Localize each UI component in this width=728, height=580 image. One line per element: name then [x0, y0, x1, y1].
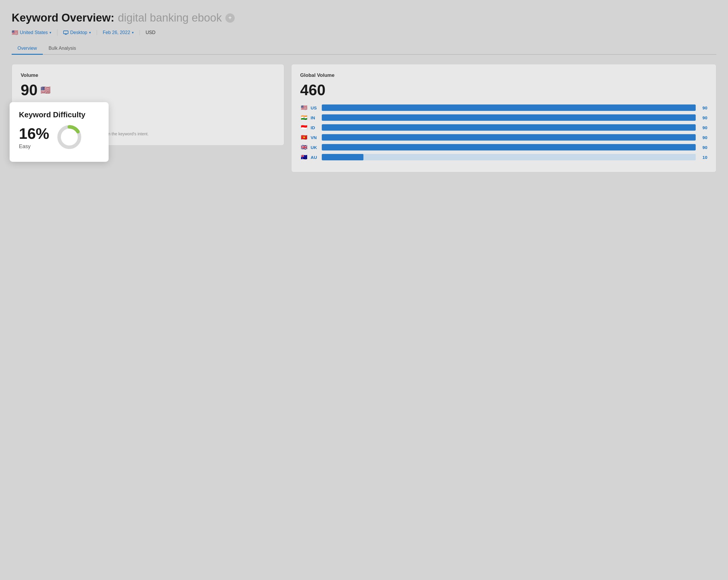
bar-fill	[322, 154, 363, 160]
global-volume-rows: 🇺🇸 US 90 🇮🇳 IN 90 🇮🇩 ID 90 🇻🇳 VN	[300, 105, 707, 160]
bar-track	[322, 124, 696, 131]
bar-value: 10	[699, 155, 707, 160]
bar-track	[322, 105, 696, 111]
volume-label: Volume	[21, 73, 275, 78]
global-row: 🇮🇩 ID 90	[300, 124, 707, 131]
date-label: Feb 26, 2022	[103, 30, 130, 35]
country-flag-icon: 🇬🇧	[300, 144, 308, 150]
svg-rect-0	[63, 31, 68, 34]
title-keyword-part: Keyword Overview:	[11, 12, 114, 24]
date-filter[interactable]: Feb 26, 2022 ▾	[103, 30, 140, 35]
country-flag-icon: 🇮🇩	[300, 124, 308, 131]
country-flag-icon: 🇺🇸	[300, 105, 308, 111]
keyword-difficulty-body: 16% Easy	[19, 124, 99, 150]
country-filter[interactable]: 🇺🇸 United States ▾	[11, 29, 57, 36]
country-code: ID	[311, 125, 319, 130]
bar-value: 90	[699, 115, 707, 120]
keyword-difficulty-donut	[56, 124, 82, 150]
country-chevron-icon: ▾	[50, 31, 51, 35]
country-label: United States	[20, 30, 48, 35]
global-row: 🇬🇧 UK 90	[300, 144, 707, 150]
currency-label: USD	[146, 30, 156, 35]
global-row: 🇮🇳 IN 90	[300, 114, 707, 121]
bar-fill	[322, 124, 696, 131]
cards-row: Volume 90 🇺🇸 Keyword Difficulty 16% Easy	[11, 64, 717, 172]
date-chevron-icon: ▾	[132, 31, 134, 35]
country-flag-icon: 🇺🇸	[11, 29, 18, 36]
tab-bulk-analysis[interactable]: Bulk Analysis	[43, 43, 82, 55]
title-query-part: digital banking ebook	[118, 12, 222, 24]
bar-fill	[322, 114, 696, 121]
keyword-difficulty-easy-label: Easy	[19, 143, 49, 149]
country-code: UK	[311, 145, 319, 150]
bar-fill	[322, 134, 696, 141]
global-row: 🇦🇺 AU 10	[300, 154, 707, 160]
country-flag-icon: 🇦🇺	[300, 154, 308, 160]
keyword-difficulty-title: Keyword Difficulty	[19, 110, 99, 119]
device-filter[interactable]: Desktop ▾	[63, 30, 97, 35]
bar-track	[322, 114, 696, 121]
global-row: 🇺🇸 US 90	[300, 105, 707, 111]
tabs-row: Overview Bulk Analysis	[11, 43, 717, 55]
device-chevron-icon: ▾	[89, 31, 91, 35]
monitor-icon	[63, 31, 69, 35]
global-volume-label: Global Volume	[300, 73, 707, 78]
bar-value: 90	[699, 125, 707, 130]
country-code: IN	[311, 115, 319, 120]
bar-value: 90	[699, 135, 707, 140]
add-keyword-button[interactable]: +	[225, 13, 235, 23]
country-code: AU	[311, 155, 319, 160]
filters-row: 🇺🇸 United States ▾ Desktop ▾ Feb 26, 202…	[11, 29, 717, 36]
bar-value: 90	[699, 105, 707, 110]
tab-overview[interactable]: Overview	[11, 43, 43, 55]
page-title: Keyword Overview: digital banking ebook …	[11, 12, 717, 24]
keyword-difficulty-tooltip: Keyword Difficulty 16% Easy	[9, 102, 109, 162]
country-code: US	[311, 105, 319, 110]
bar-track	[322, 134, 696, 141]
global-volume-card: Global Volume 460 🇺🇸 US 90 🇮🇳 IN 90 🇮🇩 I…	[291, 64, 717, 172]
volume-value: 90 🇺🇸	[21, 81, 275, 99]
country-flag-icon: 🇻🇳	[300, 134, 308, 141]
volume-card: Volume 90 🇺🇸 Keyword Difficulty 16% Easy	[11, 64, 284, 145]
global-row: 🇻🇳 VN 90	[300, 134, 707, 141]
device-label: Desktop	[70, 30, 87, 35]
bar-track	[322, 154, 696, 160]
bar-track	[322, 144, 696, 150]
bar-fill	[322, 144, 696, 150]
bar-value: 90	[699, 145, 707, 150]
keyword-difficulty-percent: 16%	[19, 125, 49, 142]
volume-flag-icon: 🇺🇸	[41, 85, 51, 95]
country-flag-icon: 🇮🇳	[300, 114, 308, 121]
currency-filter: USD	[146, 30, 161, 35]
bar-fill	[322, 105, 696, 111]
country-code: VN	[311, 135, 319, 140]
global-volume-value: 460	[300, 81, 707, 99]
